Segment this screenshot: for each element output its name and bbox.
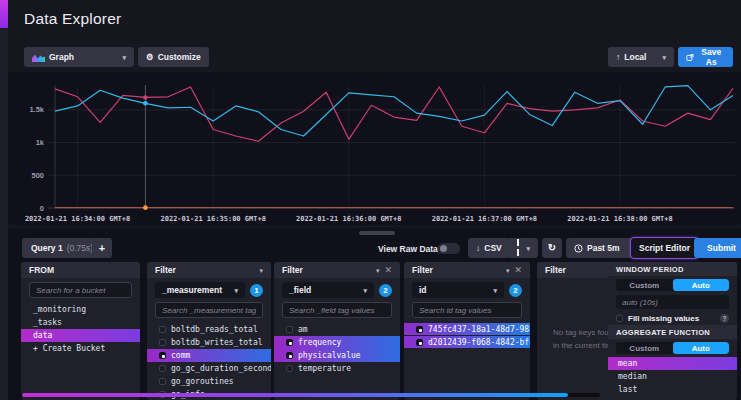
bucket-search-input[interactable] [29,282,132,298]
view-type-dropdown[interactable]: Graph ▾ [24,47,134,67]
tag-key-dropdown[interactable]: id ▾ [412,282,504,298]
query-tab[interactable]: Query 1 (0.75s) [22,238,102,258]
close-icon[interactable]: ✕ [514,265,522,275]
page-title: Data Explorer [24,10,121,28]
id-search-input[interactable] [412,302,522,318]
auto-option[interactable]: Auto [673,342,730,354]
checkbox [286,326,293,333]
collapse-chevron-icon[interactable]: ▾ [259,267,263,274]
selected-count-badge: 1 [250,284,263,297]
write-target-dropdown[interactable]: ↑ Local ▾ [608,47,674,67]
refresh-icon: ↻ [548,243,556,253]
checkbox [286,365,293,372]
tag-value-item-selected[interactable]: frequency [274,336,400,349]
function-item-selected[interactable]: mean [608,357,737,370]
measurement-search-input[interactable] [155,302,263,318]
filter-title: Filter [282,265,303,275]
tag-value-label: physicalvalue [298,351,361,360]
from-card-header: FROM [21,262,140,278]
close-icon[interactable]: ✕ [384,265,392,275]
time-range-label: Past 5m [587,243,620,253]
tag-value-item-selected[interactable]: d2012439-f068-4842-bfef-8… [404,336,530,348]
bucket-item-selected[interactable]: data [21,329,140,342]
custom-option[interactable]: Custom [616,342,673,354]
tag-value-item-selected[interactable]: physicalvalue [274,349,400,362]
checkbox-checked [286,352,293,359]
tag-value-item[interactable]: temperature [274,362,400,375]
function-item[interactable]: median [608,370,737,383]
pause-icon [516,238,521,258]
bucket-item[interactable]: _tasks [21,316,140,329]
svg-text:0: 0 [40,204,44,213]
tag-key-dropdown[interactable]: _measurement ▾ [155,282,245,298]
graph-icon [32,53,45,62]
submit-button[interactable]: Submit [694,238,741,258]
checkbox [159,339,166,346]
pause-button[interactable]: ▾ [508,238,538,258]
export-icon [686,53,694,62]
time-series-chart[interactable]: 05001k1.5k2022-01-21 16:34:00 GMT+82022-… [8,72,741,225]
window-period-toggle: Custom Auto [616,279,729,291]
checkbox [159,326,166,333]
query-bar: Query 1 (0.75s) + View Raw Data ↓ CSV ▾ … [8,238,741,258]
data-explorer-app: Data Explorer Graph ▾ ⚙ Customize ↑ Loca… [0,0,741,400]
tag-value-item[interactable]: boltdb_writes_total [147,336,271,349]
collapse-chevron-icon[interactable]: ▾ [376,267,380,274]
tag-value-item-selected[interactable]: comm [147,349,271,362]
fill-missing-values-label: Fill missing values [628,314,699,323]
script-editor-button[interactable]: Script Editor [630,237,699,259]
help-icon[interactable]: ? [720,314,729,323]
function-item[interactable]: last [608,383,737,396]
function-list: mean median last [608,357,737,396]
aggregate-toggle: Custom Auto [616,342,729,354]
query-tab-duration: (0.75s) [67,243,93,253]
add-query-button[interactable]: + [92,238,112,258]
filter-card-header: Filter ▾ ✕ [274,262,400,278]
tag-value-label: go_gc_duration_seconds [171,364,271,373]
tag-value-item[interactable]: boltdb_reads_total [147,323,271,336]
auto-option[interactable]: Auto [673,279,730,291]
create-bucket-button[interactable]: + Create Bucket [21,342,140,355]
bucket-list: _monitoring _tasks data + Create Bucket [21,303,140,355]
checkbox-checked [286,339,293,346]
tag-key-dropdown[interactable]: _field ▾ [282,282,374,298]
tag-value-item[interactable]: go_goroutines [147,375,271,388]
customize-button[interactable]: ⚙ Customize [138,47,209,67]
nav-rail[interactable] [0,0,8,400]
collapse-chevron-icon[interactable]: ▾ [506,267,510,274]
customize-label: Customize [158,52,201,62]
filter-card-header: Filter ▾ [147,262,271,278]
tag-value-item[interactable]: am [274,323,400,336]
tag-value-item[interactable]: go_gc_duration_seconds [147,362,271,375]
checkbox[interactable] [616,315,623,322]
view-raw-data-toggle[interactable] [438,243,460,254]
refresh-button[interactable]: ↻ [542,238,562,258]
tag-value-label: boltdb_writes_total [171,338,263,347]
checkbox-checked [416,339,423,346]
nav-rail-accent [0,0,8,28]
tag-value-item-selected[interactable]: 745fc437-18a1-48d7-98a6-7… [404,323,530,335]
custom-option[interactable]: Custom [616,279,673,291]
checkbox [159,378,166,385]
filter-title: Filter [412,265,433,275]
from-title: FROM [29,265,54,275]
tag-value-label: go_goroutines [171,377,234,386]
chevron-down-icon: ▾ [662,54,666,61]
selected-count-badge: 2 [379,284,392,297]
bucket-label: _monitoring [33,305,86,314]
upload-arrow-icon: ↑ [616,53,620,62]
fill-missing-values-row: Fill missing values ? [616,313,729,323]
chevron-down-icon: ▾ [122,54,126,61]
horizontal-scrollbar-thumb[interactable] [22,393,568,397]
window-period-input[interactable] [616,295,729,309]
bucket-item[interactable]: _monitoring [21,303,140,316]
csv-download-button[interactable]: ↓ CSV [468,238,510,258]
clock-icon [574,244,583,253]
save-as-button[interactable]: Save As [678,47,733,67]
tag-value-label: d2012439-f068-4842-bfef-8… [428,338,530,347]
chevron-down-icon: ▾ [234,287,238,294]
field-search-input[interactable] [282,302,392,318]
svg-text:2022-01-21 16:37:00 GMT+8: 2022-01-21 16:37:00 GMT+8 [432,215,537,223]
svg-text:500: 500 [31,171,44,180]
resize-drag-handle[interactable] [359,231,395,235]
